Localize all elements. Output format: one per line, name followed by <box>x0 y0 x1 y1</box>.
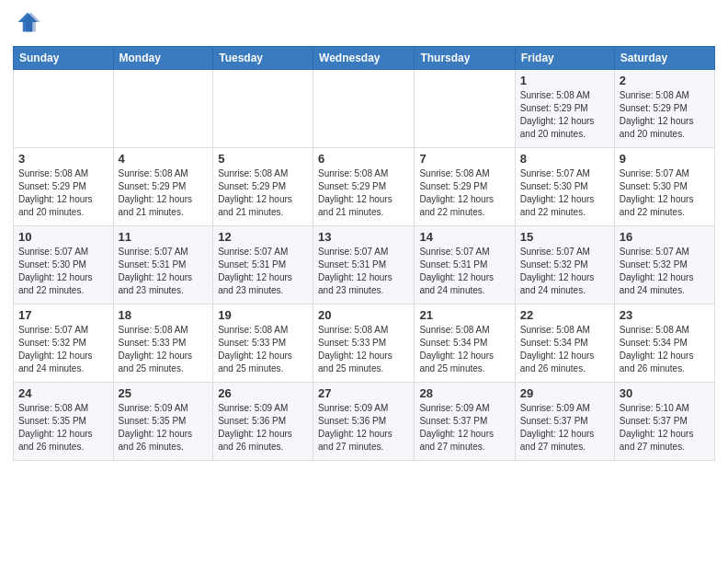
day-info: Sunrise: 5:07 AM Sunset: 5:31 PM Dayligh… <box>218 246 308 297</box>
day-number: 2 <box>620 74 710 87</box>
day-info: Sunrise: 5:08 AM Sunset: 5:29 PM Dayligh… <box>218 167 308 219</box>
calendar-cell: 21Sunrise: 5:08 AM Sunset: 5:34 PM Dayli… <box>415 304 515 383</box>
day-info: Sunrise: 5:08 AM Sunset: 5:34 PM Dayligh… <box>620 324 710 375</box>
week-row-0: 1Sunrise: 5:08 AM Sunset: 5:29 PM Daylig… <box>14 70 715 148</box>
calendar-cell: 26Sunrise: 5:09 AM Sunset: 5:36 PM Dayli… <box>213 383 313 461</box>
weekday-header-wednesday: Wednesday <box>313 47 415 70</box>
day-number: 9 <box>620 152 710 166</box>
day-number: 27 <box>318 386 409 400</box>
calendar-cell: 9Sunrise: 5:07 AM Sunset: 5:30 PM Daylig… <box>614 148 714 226</box>
weekday-header-friday: Friday <box>515 47 614 70</box>
weekday-header-sunday: Sunday <box>14 47 114 70</box>
day-info: Sunrise: 5:08 AM Sunset: 5:29 PM Dayligh… <box>18 167 108 219</box>
day-info: Sunrise: 5:07 AM Sunset: 5:30 PM Dayligh… <box>620 167 710 219</box>
day-number: 30 <box>620 386 710 400</box>
calendar-cell: 6Sunrise: 5:08 AM Sunset: 5:29 PM Daylig… <box>313 148 415 226</box>
day-number: 16 <box>620 230 710 244</box>
day-info: Sunrise: 5:07 AM Sunset: 5:32 PM Dayligh… <box>620 246 710 297</box>
day-info: Sunrise: 5:08 AM Sunset: 5:29 PM Dayligh… <box>119 167 209 219</box>
day-number: 17 <box>18 308 108 322</box>
calendar-cell: 7Sunrise: 5:08 AM Sunset: 5:29 PM Daylig… <box>415 148 515 226</box>
day-number: 26 <box>218 386 308 400</box>
calendar-cell <box>113 70 213 148</box>
day-number: 15 <box>520 230 609 244</box>
calendar-cell: 23Sunrise: 5:08 AM Sunset: 5:34 PM Dayli… <box>614 304 714 383</box>
day-info: Sunrise: 5:09 AM Sunset: 5:36 PM Dayligh… <box>218 402 308 454</box>
calendar-cell: 5Sunrise: 5:08 AM Sunset: 5:29 PM Daylig… <box>213 148 313 226</box>
day-number: 22 <box>520 308 609 322</box>
calendar-cell: 20Sunrise: 5:08 AM Sunset: 5:33 PM Dayli… <box>313 304 415 383</box>
calendar-cell: 14Sunrise: 5:07 AM Sunset: 5:31 PM Dayli… <box>415 226 515 304</box>
day-info: Sunrise: 5:08 AM Sunset: 5:33 PM Dayligh… <box>318 324 409 375</box>
calendar-cell: 8Sunrise: 5:07 AM Sunset: 5:30 PM Daylig… <box>515 148 614 226</box>
day-info: Sunrise: 5:08 AM Sunset: 5:29 PM Dayligh… <box>419 167 509 219</box>
day-info: Sunrise: 5:08 AM Sunset: 5:34 PM Dayligh… <box>419 324 509 375</box>
day-info: Sunrise: 5:08 AM Sunset: 5:35 PM Dayligh… <box>18 402 108 454</box>
day-number: 8 <box>520 152 609 166</box>
day-number: 13 <box>318 230 409 244</box>
calendar-cell: 13Sunrise: 5:07 AM Sunset: 5:31 PM Dayli… <box>313 226 415 304</box>
day-info: Sunrise: 5:08 AM Sunset: 5:33 PM Dayligh… <box>119 324 209 375</box>
weekday-header-monday: Monday <box>113 47 213 70</box>
calendar-cell: 3Sunrise: 5:08 AM Sunset: 5:29 PM Daylig… <box>14 148 114 226</box>
weekday-header-saturday: Saturday <box>614 47 714 70</box>
calendar-page: SundayMondayTuesdayWednesdayThursdayFrid… <box>0 0 728 563</box>
week-row-3: 17Sunrise: 5:07 AM Sunset: 5:32 PM Dayli… <box>14 304 715 383</box>
calendar-cell: 17Sunrise: 5:07 AM Sunset: 5:32 PM Dayli… <box>14 304 114 383</box>
week-row-1: 3Sunrise: 5:08 AM Sunset: 5:29 PM Daylig… <box>14 148 715 226</box>
day-number: 14 <box>419 230 509 244</box>
week-row-2: 10Sunrise: 5:07 AM Sunset: 5:30 PM Dayli… <box>14 226 715 304</box>
day-number: 19 <box>218 308 308 322</box>
weekday-header-thursday: Thursday <box>415 47 515 70</box>
calendar-cell: 16Sunrise: 5:07 AM Sunset: 5:32 PM Dayli… <box>614 226 714 304</box>
day-number: 29 <box>520 386 609 400</box>
calendar-cell: 4Sunrise: 5:08 AM Sunset: 5:29 PM Daylig… <box>113 148 213 226</box>
day-info: Sunrise: 5:10 AM Sunset: 5:37 PM Dayligh… <box>620 402 710 454</box>
logo <box>13 9 44 39</box>
calendar-cell: 18Sunrise: 5:08 AM Sunset: 5:33 PM Dayli… <box>113 304 213 383</box>
calendar-cell: 25Sunrise: 5:09 AM Sunset: 5:35 PM Dayli… <box>113 383 213 461</box>
day-number: 11 <box>119 230 209 244</box>
day-info: Sunrise: 5:07 AM Sunset: 5:30 PM Dayligh… <box>18 246 108 297</box>
day-number: 5 <box>218 152 308 166</box>
calendar-cell: 30Sunrise: 5:10 AM Sunset: 5:37 PM Dayli… <box>614 383 714 461</box>
day-info: Sunrise: 5:07 AM Sunset: 5:31 PM Dayligh… <box>419 246 509 297</box>
calendar-table: SundayMondayTuesdayWednesdayThursdayFrid… <box>13 46 715 461</box>
day-info: Sunrise: 5:07 AM Sunset: 5:30 PM Dayligh… <box>520 167 609 219</box>
day-number: 28 <box>419 386 509 400</box>
day-info: Sunrise: 5:07 AM Sunset: 5:32 PM Dayligh… <box>18 324 108 375</box>
calendar-cell: 24Sunrise: 5:08 AM Sunset: 5:35 PM Dayli… <box>14 383 114 461</box>
day-number: 18 <box>119 308 209 322</box>
day-info: Sunrise: 5:08 AM Sunset: 5:29 PM Dayligh… <box>318 167 409 219</box>
day-info: Sunrise: 5:08 AM Sunset: 5:34 PM Dayligh… <box>520 324 609 375</box>
day-number: 6 <box>318 152 409 166</box>
day-number: 7 <box>419 152 509 166</box>
calendar-cell: 10Sunrise: 5:07 AM Sunset: 5:30 PM Dayli… <box>14 226 114 304</box>
calendar-cell <box>313 70 415 148</box>
calendar-cell: 1Sunrise: 5:08 AM Sunset: 5:29 PM Daylig… <box>515 70 614 148</box>
day-info: Sunrise: 5:08 AM Sunset: 5:33 PM Dayligh… <box>218 324 308 375</box>
weekday-header-row: SundayMondayTuesdayWednesdayThursdayFrid… <box>14 47 715 70</box>
day-number: 21 <box>419 308 509 322</box>
day-number: 20 <box>318 308 409 322</box>
calendar-cell <box>14 70 114 148</box>
day-info: Sunrise: 5:09 AM Sunset: 5:35 PM Dayligh… <box>119 402 209 454</box>
calendar-cell: 2Sunrise: 5:08 AM Sunset: 5:29 PM Daylig… <box>614 70 714 148</box>
day-info: Sunrise: 5:07 AM Sunset: 5:31 PM Dayligh… <box>318 246 409 297</box>
day-number: 23 <box>620 308 710 322</box>
day-info: Sunrise: 5:09 AM Sunset: 5:37 PM Dayligh… <box>520 402 609 454</box>
day-number: 10 <box>18 230 108 244</box>
day-info: Sunrise: 5:07 AM Sunset: 5:31 PM Dayligh… <box>119 246 209 297</box>
weekday-header-tuesday: Tuesday <box>213 47 313 70</box>
day-info: Sunrise: 5:08 AM Sunset: 5:29 PM Dayligh… <box>520 89 609 141</box>
calendar-cell <box>415 70 515 148</box>
day-number: 12 <box>218 230 308 244</box>
day-info: Sunrise: 5:08 AM Sunset: 5:29 PM Dayligh… <box>620 89 710 141</box>
calendar-cell: 28Sunrise: 5:09 AM Sunset: 5:37 PM Dayli… <box>415 383 515 461</box>
calendar-cell <box>213 70 313 148</box>
calendar-cell: 27Sunrise: 5:09 AM Sunset: 5:36 PM Dayli… <box>313 383 415 461</box>
calendar-cell: 11Sunrise: 5:07 AM Sunset: 5:31 PM Dayli… <box>113 226 213 304</box>
week-row-4: 24Sunrise: 5:08 AM Sunset: 5:35 PM Dayli… <box>14 383 715 461</box>
day-number: 3 <box>18 152 108 166</box>
calendar-cell: 12Sunrise: 5:07 AM Sunset: 5:31 PM Dayli… <box>213 226 313 304</box>
